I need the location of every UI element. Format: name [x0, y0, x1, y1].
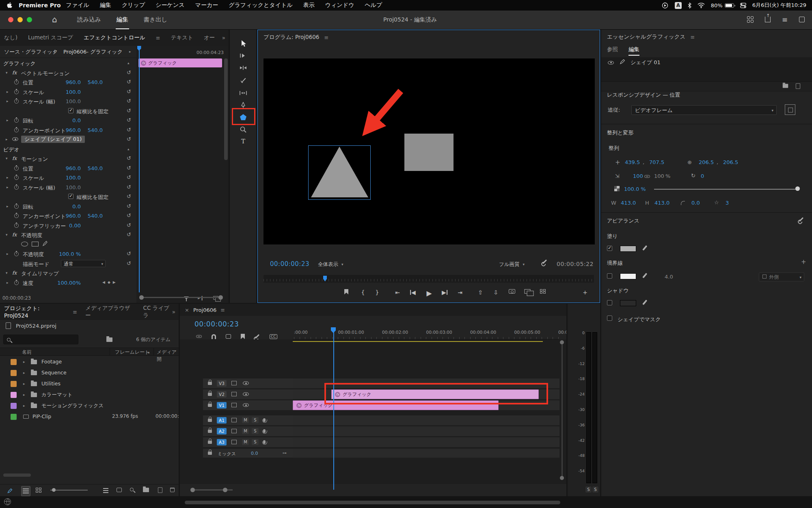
- new-item-icon[interactable]: [158, 487, 162, 493]
- step-forward-button[interactable]: ▶: [442, 289, 447, 296]
- find-icon[interactable]: [130, 488, 134, 491]
- layer-row-shape01[interactable]: シェイプ 01: [601, 57, 812, 68]
- track-target-button[interactable]: A1: [217, 417, 227, 424]
- new-folder-icon[interactable]: [783, 84, 788, 88]
- mini-timeline-zoom-bar[interactable]: [139, 295, 223, 300]
- panel-menu-icon[interactable]: ≡: [73, 309, 77, 315]
- item-name[interactable]: Utilities: [41, 380, 60, 387]
- opacity-value[interactable]: 100.0 %: [624, 186, 646, 192]
- stopwatch-icon[interactable]: [14, 281, 19, 285]
- effect-property-row[interactable]: ▸不透明度100.0 %↺: [0, 249, 137, 259]
- lock-icon[interactable]: [208, 393, 212, 396]
- mini-timeline-scrollbar[interactable]: [224, 58, 228, 160]
- razor-tool[interactable]: [238, 76, 248, 85]
- expand-caret-icon[interactable]: ▸: [6, 90, 9, 94]
- mix-track-header[interactable]: ミックス 0.0 ⊶: [203, 449, 293, 458]
- stopwatch-icon[interactable]: [14, 90, 19, 94]
- item-name[interactable]: カラーマット: [41, 391, 72, 398]
- column-framerate[interactable]: フレームレート: [115, 349, 149, 356]
- fullscreen-icon[interactable]: [799, 17, 805, 22]
- vscroll-handle-bottom[interactable]: [560, 476, 564, 480]
- checkbox[interactable]: [68, 194, 73, 199]
- property-value[interactable]: 0.00: [56, 223, 81, 229]
- timeline-settings-icon[interactable]: [255, 334, 259, 339]
- property-value[interactable]: 540.0: [78, 165, 103, 171]
- reset-icon[interactable]: ↺: [127, 108, 131, 114]
- eyedropper-icon[interactable]: [642, 301, 646, 305]
- zoom-tool[interactable]: [238, 125, 248, 134]
- reset-icon[interactable]: ↺: [127, 98, 131, 104]
- item-name[interactable]: Sequence: [41, 370, 67, 376]
- eyedropper-icon[interactable]: [642, 246, 646, 251]
- add-marker-button[interactable]: [344, 289, 348, 294]
- comparison-view-button[interactable]: [525, 289, 531, 294]
- battery-indicator[interactable]: 80%: [711, 2, 734, 9]
- fill-checkbox[interactable]: [607, 246, 612, 251]
- list-view-button[interactable]: [21, 486, 30, 496]
- project-file-name[interactable]: Proj0524.prproj: [16, 323, 56, 329]
- stopwatch-icon[interactable]: [14, 128, 19, 132]
- expand-caret-icon[interactable]: ▾: [6, 71, 8, 75]
- app-name[interactable]: Premiere Pro: [19, 2, 61, 9]
- mask-with-shape-checkbox[interactable]: [607, 316, 612, 321]
- property-value[interactable]: 960.0: [56, 79, 81, 85]
- property-value[interactable]: 100.0: [56, 175, 81, 181]
- expand-caret-icon[interactable]: ▸: [23, 371, 25, 375]
- width-value[interactable]: 413.0: [621, 200, 636, 206]
- app-menu-icon[interactable]: ≡: [782, 15, 788, 24]
- effect-property-row[interactable]: アンカーポイント960.0540.0↺: [0, 211, 137, 221]
- mode-tab-1[interactable]: 読み込み: [76, 11, 102, 29]
- lock-icon[interactable]: [208, 404, 212, 407]
- property-value[interactable]: 100.00%: [56, 280, 81, 286]
- zoom-level-select[interactable]: 全体表示▾: [318, 260, 343, 269]
- menu-item[interactable]: マーカー: [190, 2, 224, 9]
- menu-item[interactable]: ファイル: [61, 2, 95, 9]
- export-frame-button[interactable]: [509, 289, 515, 294]
- eye-icon[interactable]: [608, 61, 614, 65]
- vscroll-handle-top[interactable]: [560, 340, 564, 344]
- audio-track-header[interactable]: A2 M S: [203, 426, 293, 436]
- property-value[interactable]: 100.0: [56, 184, 81, 190]
- solo-button[interactable]: S: [252, 428, 259, 434]
- track-select-tool[interactable]: [238, 51, 248, 61]
- checkbox[interactable]: [68, 108, 73, 113]
- input-source-badge[interactable]: A: [675, 2, 682, 9]
- effect-property-row[interactable]: グラフィック▴: [0, 58, 137, 68]
- new-layer-icon[interactable]: [796, 83, 800, 89]
- pen-mask-icon[interactable]: [42, 241, 48, 248]
- corner-radius-value[interactable]: 0.0: [691, 200, 700, 206]
- sort-icons-icon[interactable]: [103, 488, 108, 493]
- expand-caret-icon[interactable]: ▾: [6, 233, 8, 237]
- menu-item[interactable]: 表示: [298, 2, 320, 9]
- collapse-caret-icon[interactable]: ▴: [127, 61, 130, 65]
- expand-caret-icon[interactable]: ▾: [6, 271, 8, 275]
- effect-property-row[interactable]: ▾fxベクトルモーション↺: [0, 68, 137, 78]
- shadow-color-swatch[interactable]: [620, 300, 636, 306]
- mix-value[interactable]: 0.0: [251, 451, 258, 456]
- label-color-swatch[interactable]: [11, 392, 17, 398]
- project-item-row[interactable]: ▸Utilities: [0, 378, 179, 389]
- effect-property-row[interactable]: 縦横比を固定↺: [0, 106, 137, 116]
- ellipse-mask-icon[interactable]: [21, 242, 28, 246]
- label-color-swatch[interactable]: [11, 359, 17, 365]
- new-bin-icon[interactable]: [143, 488, 149, 492]
- keyframe-nav-icons[interactable]: ◀◆▶: [102, 280, 118, 284]
- step-back-button[interactable]: ◀: [410, 289, 416, 296]
- mini-timeline-playhead[interactable]: [139, 46, 140, 292]
- mode-tab-3[interactable]: 書き出し: [143, 11, 168, 29]
- stroke-checkbox[interactable]: [607, 273, 612, 279]
- share-icon[interactable]: [765, 17, 771, 22]
- eg-tab[interactable]: 参照: [607, 46, 618, 56]
- go-to-out-button[interactable]: ⇥: [458, 289, 462, 296]
- project-item-row[interactable]: ▸Footage: [0, 357, 179, 367]
- reset-icon[interactable]: ↺: [127, 155, 131, 161]
- stopwatch-icon[interactable]: [14, 252, 19, 256]
- effect-property-row[interactable]: ▾fx不透明度↺: [0, 230, 137, 240]
- fill-color-swatch[interactable]: [620, 246, 636, 252]
- zoom-window-button[interactable]: [27, 17, 32, 22]
- menu-item[interactable]: シーケンス: [150, 2, 190, 9]
- expand-caret-icon[interactable]: ▸: [23, 404, 25, 408]
- panel-tab[interactable]: プロジェクト: Proj0524: [4, 305, 65, 319]
- timeline-vscrollbar[interactable]: [560, 340, 564, 480]
- video-track-header[interactable]: V1: [203, 400, 293, 410]
